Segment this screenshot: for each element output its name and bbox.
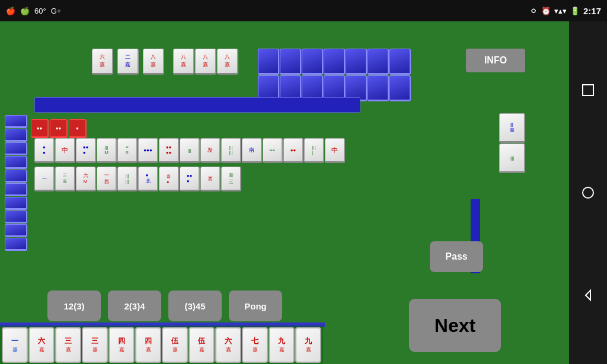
player-tile[interactable]: 伍 嘉: [162, 327, 188, 363]
action-btn-3[interactable]: (3)45: [168, 290, 222, 321]
alarm-icon: ⏰: [541, 7, 551, 15]
player-tile[interactable]: 四 嘉: [108, 327, 135, 363]
face-down-tiles: [258, 49, 412, 101]
status-bar: 🍎 🍏 60° G+ ⭘ ⏰ ▾▴▾ 🔋 2:17: [0, 0, 607, 21]
game-tile[interactable]: ≡≡: [263, 138, 283, 163]
game-tile[interactable]: 中: [55, 138, 75, 163]
back-nav-button[interactable]: [580, 287, 596, 304]
svg-point-1: [583, 187, 593, 198]
action-buttons: 12(3) 2(3)4 (3)45 Pong: [47, 290, 282, 321]
player-tile[interactable]: 四 嘉: [135, 327, 161, 363]
player-tile[interactable]: 伍 嘉: [189, 327, 215, 363]
game-tile[interactable]: ||||: [304, 138, 324, 163]
circle-nav-button[interactable]: [580, 184, 596, 201]
player-tile[interactable]: 一 嘉: [2, 327, 28, 363]
left-fd-tile: [5, 170, 27, 183]
game-tile[interactable]: ●北: [138, 167, 158, 191]
face-down-tile: [302, 49, 323, 75]
left-fd-tile: [5, 210, 27, 223]
game-tile[interactable]: 六M: [76, 167, 96, 191]
face-down-tile: [280, 49, 301, 75]
bluetooth-icon: ⭘: [530, 7, 538, 15]
opp-tile: 二 嘉: [117, 49, 139, 75]
apple-icon2: 🍏: [20, 7, 30, 15]
temperature: 60°: [34, 7, 46, 15]
opp-tile: 八 嘉: [195, 49, 216, 75]
right-vertical-tiles: |||嘉 ||||: [499, 113, 525, 173]
game-area: INFO 六 嘉 二 嘉 八 嘉 八 嘉 八 嘉: [0, 21, 569, 364]
game-tile[interactable]: 西: [200, 167, 221, 191]
game-tile[interactable]: 中: [325, 138, 345, 163]
left-fd-tile: [5, 238, 27, 251]
left-vertical-stack: [5, 115, 27, 251]
player-tile[interactable]: 三 嘉: [55, 327, 81, 363]
apple-icon1: 🍎: [6, 7, 15, 15]
face-down-tile: [258, 49, 279, 75]
right-tile: |||嘉: [499, 113, 525, 143]
left-fd-tile: [5, 183, 27, 196]
player-tile[interactable]: 七 嘉: [242, 327, 268, 363]
nav-panel: [569, 21, 607, 364]
left-fd-tile: [5, 224, 27, 237]
face-down-tile: [368, 75, 389, 101]
game-tile[interactable]: |||: [180, 138, 200, 163]
game-tile[interactable]: 嘉三: [221, 167, 241, 191]
opp-tile: 八 嘉: [217, 49, 238, 75]
main-tile-row-2: 一 三嘉 六M 一西 |||||| ●北 嘉● ●●● 西 嘉三: [34, 167, 241, 191]
game-tile[interactable]: ||||||: [221, 138, 241, 163]
battery-icon: 🔋: [570, 7, 580, 15]
left-fd-tile: [5, 142, 27, 155]
game-tile[interactable]: ≡≡: [117, 138, 138, 163]
game-tile[interactable]: ||||||: [117, 167, 138, 191]
game-tile[interactable]: 一西: [97, 167, 117, 191]
game-tile[interactable]: ●●●●: [159, 138, 179, 163]
special-tiles-left: ●● ●● ●: [31, 119, 87, 138]
gplus-icon: G+: [51, 7, 62, 15]
svg-marker-2: [586, 290, 590, 300]
face-down-tile: [368, 49, 389, 75]
player-tiles: 一 嘉 六 嘉 三 嘉 三 嘉 四 嘉 四 嘉 伍 嘉 伍 嘉: [0, 325, 323, 364]
face-down-tile: [346, 49, 367, 75]
player-tile[interactable]: 六 嘉: [215, 327, 241, 363]
game-tile[interactable]: ●●: [283, 138, 304, 163]
game-tile[interactable]: 三嘉: [55, 167, 75, 191]
pass-button[interactable]: Pass: [430, 241, 483, 272]
left-fd-tile: [5, 156, 27, 169]
player-tile[interactable]: 六 嘉: [28, 327, 55, 363]
face-down-tile: [389, 49, 411, 75]
status-left: 🍎 🍏 60° G+: [6, 7, 61, 15]
info-button[interactable]: INFO: [466, 49, 525, 72]
action-btn-2[interactable]: 2(3)4: [108, 290, 161, 321]
square-nav-button[interactable]: [580, 82, 596, 98]
svg-rect-0: [583, 85, 593, 95]
blue-deck-mid: [34, 97, 360, 113]
game-tile[interactable]: 南: [242, 138, 262, 163]
left-fd-tile: [5, 115, 27, 128]
player-tile[interactable]: 九 嘉: [295, 327, 321, 363]
game-tile[interactable]: ●●: [34, 138, 55, 163]
opp-tile: 六 嘉: [92, 49, 113, 75]
face-down-tile: [324, 49, 345, 75]
game-tile[interactable]: 嘉●: [159, 167, 179, 191]
game-tile[interactable]: |||M: [97, 138, 117, 163]
wifi-signal-icon: ▾▴▾: [554, 7, 567, 15]
status-right: ⭘ ⏰ ▾▴▾ 🔋 2:17: [530, 6, 601, 16]
player-tile[interactable]: 九 嘉: [269, 327, 295, 363]
clock: 2:17: [583, 6, 601, 16]
left-fd-tile: [5, 197, 27, 210]
game-tile[interactable]: 发: [200, 138, 221, 163]
game-tile[interactable]: ●●●: [138, 138, 158, 163]
red-tile: ●●: [50, 119, 68, 138]
game-tile[interactable]: ●●●: [76, 138, 96, 163]
opp-tile: 八 嘉: [143, 49, 164, 75]
game-tile[interactable]: ●●●: [180, 167, 200, 191]
opp-tile: 八 嘉: [173, 49, 194, 75]
player-tile[interactable]: 三 嘉: [82, 327, 108, 363]
main-tile-row-1: ●● 中 ●●● |||M ≡≡ ●●● ●●●● ||| 发 |||||| 南…: [34, 138, 345, 163]
action-btn-1[interactable]: 12(3): [47, 290, 101, 321]
action-btn-pong[interactable]: Pong: [229, 290, 282, 321]
left-fd-tile: [5, 129, 27, 142]
game-tile[interactable]: 一: [34, 167, 55, 191]
face-down-tile: [389, 75, 411, 101]
next-button[interactable]: Next: [409, 299, 501, 352]
